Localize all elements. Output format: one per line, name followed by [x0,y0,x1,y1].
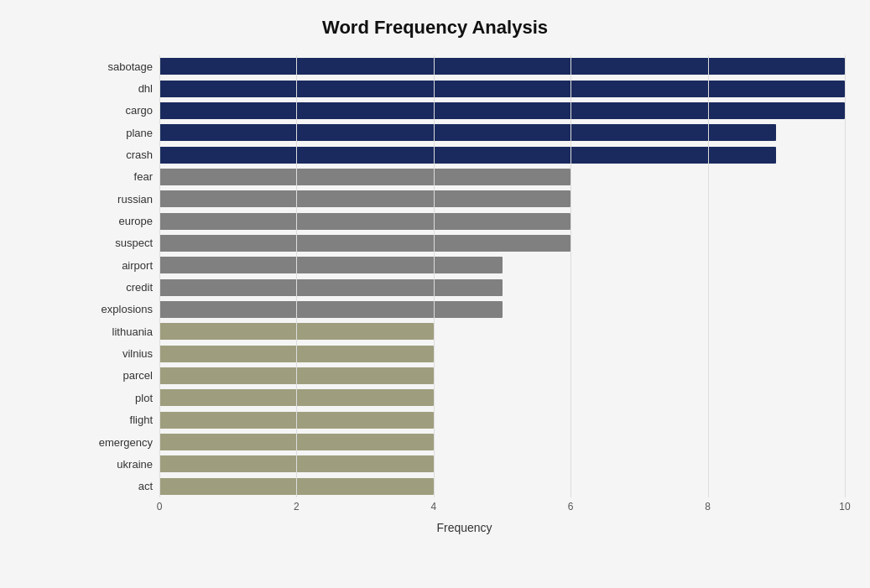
bar-row-parcel [159,367,845,385]
bar-ukraine [159,455,434,472]
bar-sabotage [159,58,845,75]
x-tick-10: 10 [839,501,850,513]
bar-row-airport [159,256,845,274]
bar-vilnius [159,346,434,362]
y-label-plane: plane [84,127,159,139]
y-label-ukraine: ukraine [84,458,159,471]
grid-line-10 [845,55,846,497]
y-label-russian: russian [84,193,159,206]
bar-row-cargo [159,101,845,120]
bar-suspect [159,235,570,252]
bar-row-vilnius [159,345,845,363]
bar-lithuania [159,323,434,340]
y-label-vilnius: vilnius [84,347,159,360]
chart-title: Word Frequency Analysis [25,17,845,39]
bar-europe [159,213,570,230]
x-axis-label: Frequency [84,521,845,534]
bar-cargo [159,102,845,119]
bar-emergency [159,434,434,450]
y-label-act: act [84,480,159,492]
x-tick-4: 4 [430,501,436,513]
x-tick-6: 6 [568,501,574,513]
bar-row-credit [159,278,845,297]
y-label-lithuania: lithuania [84,325,159,338]
y-label-fear: fear [84,170,159,183]
y-label-dhl: dhl [84,82,159,95]
bar-row-crash [159,146,845,164]
bar-row-fear [159,168,845,186]
bars-container [159,55,845,497]
y-label-parcel: parcel [84,369,159,382]
bar-row-sabotage [159,57,845,75]
y-label-explosions: explosions [84,303,159,315]
y-label-cargo: cargo [84,104,159,117]
bar-credit [159,279,503,296]
bar-row-russian [159,190,845,208]
bar-row-ukraine [159,455,845,473]
bar-act [159,478,434,495]
chart-container: Word Frequency Analysis sabotagedhlcargo… [0,0,870,588]
x-tick-2: 2 [294,501,300,513]
bar-row-act [159,477,845,496]
bar-fear [159,169,570,185]
x-tick-8: 8 [705,501,711,513]
y-label-airport: airport [84,259,159,272]
bar-row-dhl [159,80,845,98]
y-label-plot: plot [84,392,159,404]
bar-russian [159,190,570,207]
y-label-flight: flight [84,414,159,426]
bar-plot [159,389,434,406]
bar-row-emergency [159,433,845,451]
bar-row-lithuania [159,322,845,341]
bar-row-plot [159,388,845,407]
y-label-crash: crash [84,148,159,161]
x-axis: 0246810 [159,497,845,518]
bar-plane [159,124,776,141]
bar-parcel [159,367,434,384]
bar-airport [159,257,503,273]
bar-row-plane [159,123,845,142]
bar-flight [159,412,434,429]
bar-row-suspect [159,234,845,252]
y-label-emergency: emergency [84,436,159,449]
bars-area [159,55,845,497]
x-ticks: 0246810 [159,497,845,518]
bar-row-europe [159,212,845,231]
y-label-sabotage: sabotage [84,60,159,73]
bar-explosions [159,301,503,318]
x-tick-0: 0 [157,501,163,513]
y-label-suspect: suspect [84,237,159,249]
y-label-credit: credit [84,281,159,294]
bar-crash [159,147,776,164]
bar-row-flight [159,411,845,429]
bar-dhl [159,81,845,97]
y-axis-labels: sabotagedhlcargoplanecrashfearrussianeur… [84,55,159,497]
y-label-europe: europe [84,215,159,227]
bar-row-explosions [159,300,845,319]
